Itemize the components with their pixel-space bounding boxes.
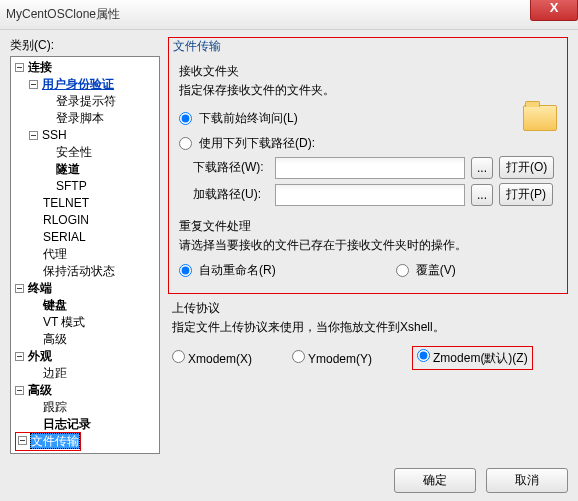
file-transfer-group: 文件传输 接收文件夹 指定保存接收文件的文件夹。 下载前始终询问(L) 使用下列… [168,37,568,294]
category-tree[interactable]: 连接 用户身份验证 登录提示符 登录脚本 SSH 安全性 隧道 SFTP TEL… [10,56,160,454]
collapse-icon[interactable] [15,386,24,395]
tree-margin[interactable]: 边距 [42,365,68,382]
collapse-icon[interactable] [29,131,38,140]
opt-ask-label[interactable]: 下载前始终询问(L) [179,110,298,127]
tree-keepalive[interactable]: 保持活动状态 [42,263,116,280]
tree-telnet[interactable]: TELNET [42,195,90,212]
ymodem-radio[interactable] [292,350,305,363]
group-title: 文件传输 [169,38,567,57]
zmodem-radio[interactable] [417,349,430,362]
opt-path-radio[interactable] [179,137,192,150]
xmodem-label[interactable]: Xmodem(X) [172,350,252,366]
cancel-button[interactable]: 取消 [486,468,568,493]
titlebar: MyCentOSClone属性 X [0,0,578,30]
tree-keyboard[interactable]: 键盘 [42,297,68,314]
folder-icon [523,105,557,131]
tree-sftp[interactable]: SFTP [55,178,88,195]
upload-desc: 指定文件上传协议来使用，当你拖放文件到Xshell。 [172,319,564,336]
recv-folder-desc: 指定保存接收文件的文件夹。 [179,82,557,99]
opt-ask-radio[interactable] [179,112,192,125]
tree-rlogin[interactable]: RLOGIN [42,212,90,229]
recv-folder-label: 接收文件夹 [179,63,557,80]
add-path-input[interactable] [275,184,465,206]
tree-terminal[interactable]: 终端 [27,280,53,297]
dup-desc: 请选择当要接收的文件已存在于接收文件夹时的操作。 [179,237,557,254]
tree-login-script[interactable]: 登录脚本 [55,110,105,127]
ok-button[interactable]: 确定 [394,468,476,493]
ymodem-label[interactable]: Ymodem(Y) [292,350,372,366]
rename-radio[interactable] [179,264,192,277]
tree-security[interactable]: 安全性 [55,144,93,161]
category-label: 类别(C): [10,37,160,54]
xmodem-radio[interactable] [172,350,185,363]
dl-path-input[interactable] [275,157,465,179]
collapse-icon[interactable] [15,284,24,293]
tree-advanced[interactable]: 高级 [27,382,53,399]
collapse-icon[interactable] [18,436,27,445]
close-button[interactable]: X [530,0,578,21]
tree-trace[interactable]: 跟踪 [42,399,68,416]
tree-ssh[interactable]: SSH [41,127,68,144]
tree-log[interactable]: 日志记录 [42,416,92,433]
tree-file-transfer[interactable]: 文件传输 [30,433,80,449]
dialog-footer: 确定 取消 [394,468,568,493]
collapse-icon[interactable] [15,63,24,72]
tree-xymodem[interactable]: X/YMODEM [42,450,109,454]
tree-serial[interactable]: SERIAL [42,229,87,246]
collapse-icon[interactable] [15,352,24,361]
tree-auth[interactable]: 用户身份验证 [41,76,115,93]
opt-path-label[interactable]: 使用下列下载路径(D): [179,135,315,152]
dup-title: 重复文件处理 [179,218,557,235]
open-button-2[interactable]: 打开(P) [499,183,553,206]
browse-button-2[interactable]: ... [471,184,493,206]
upload-protocol-section: 上传协议 指定文件上传协议来使用，当你拖放文件到Xshell。 Xmodem(X… [168,300,568,370]
overwrite-radio[interactable] [396,264,409,277]
tree-proxy[interactable]: 代理 [42,246,68,263]
rename-label[interactable]: 自动重命名(R) [179,262,276,279]
collapse-icon[interactable] [29,80,38,89]
add-path-label: 加载路径(U): [193,186,269,203]
upload-title: 上传协议 [172,300,564,317]
dl-path-label: 下载路径(W): [193,159,269,176]
tree-connection[interactable]: 连接 [27,59,53,76]
tree-tunnel[interactable]: 隧道 [55,161,81,178]
zmodem-label[interactable]: Zmodem(默认)(Z) [417,351,528,365]
open-button-1[interactable]: 打开(O) [499,156,554,179]
window-title: MyCentOSClone属性 [6,6,120,23]
tree-vt[interactable]: VT 模式 [42,314,86,331]
browse-button[interactable]: ... [471,157,493,179]
tree-appearance[interactable]: 外观 [27,348,53,365]
tree-login-prompt[interactable]: 登录提示符 [55,93,117,110]
tree-adv-t[interactable]: 高级 [42,331,68,348]
overwrite-label[interactable]: 覆盖(V) [396,262,456,279]
